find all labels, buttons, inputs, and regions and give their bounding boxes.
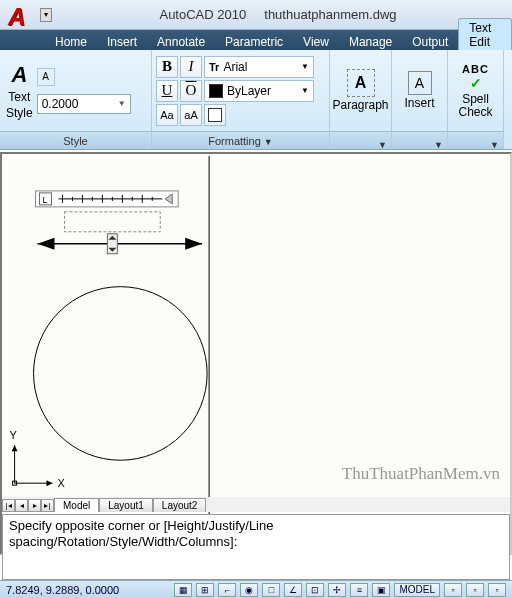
file-name: thuthuatphanmem.dwg [264, 7, 396, 22]
tab-annotate[interactable]: Annotate [147, 33, 215, 50]
dyn-button[interactable]: ✢ [328, 583, 346, 597]
panel-formatting: B I TrArial▼ U O ByLayer▼ Aa aA [152, 50, 330, 149]
italic-button[interactable]: I [180, 56, 202, 78]
otrack-button[interactable]: ∠ [284, 583, 302, 597]
nav-last[interactable]: ▸| [41, 499, 54, 512]
insert-icon: A [408, 71, 432, 95]
tab-layout1[interactable]: Layout1 [99, 498, 153, 512]
model-space-button[interactable]: MODEL [394, 583, 440, 597]
layout-tabs: |◂ ◂ ▸ ▸| Model Layout1 Layout2 [2, 497, 510, 512]
text-label: Text [8, 90, 30, 104]
panel-drop-spell[interactable]: ▼ [448, 131, 503, 149]
style-label: Style [6, 106, 33, 120]
annotative-icon[interactable]: A [37, 68, 55, 86]
qat-dropdown[interactable]: ▾ [40, 8, 52, 22]
svg-text:Y: Y [10, 429, 18, 441]
panel-drop-insert[interactable]: ▼ [392, 131, 447, 149]
panel-paragraph: A Paragraph ▼ [330, 50, 392, 149]
spell-check-icon: ABC ✓ [462, 63, 489, 91]
panel-drop-paragraph[interactable]: ▼ [330, 131, 391, 149]
color-select[interactable]: ByLayer▼ [204, 80, 314, 102]
command-line[interactable]: Specify opposite corner or [Height/Justi… [2, 514, 510, 580]
watermark: ThuThuatPhanMem.vn [342, 464, 500, 484]
nav-next[interactable]: ▸ [28, 499, 41, 512]
status-extra-1[interactable]: ▫ [444, 583, 462, 597]
ribbon-tabs: Home Insert Annotate Parametric View Man… [0, 30, 512, 50]
tab-view[interactable]: View [293, 33, 339, 50]
nav-first[interactable]: |◂ [2, 499, 15, 512]
text-style-icon[interactable]: A [11, 62, 27, 88]
status-extra-3[interactable]: ▫ [488, 583, 506, 597]
drawing-canvas[interactable]: L X Y ThuThuatPhanMem.vn [0, 152, 512, 555]
paragraph-button[interactable]: A Paragraph [324, 65, 396, 116]
panel-label-style: Style [0, 131, 151, 149]
paragraph-label: Paragraph [332, 99, 388, 112]
qp-button[interactable]: ▣ [372, 583, 390, 597]
case-button-2[interactable]: aA [180, 104, 202, 126]
font-select[interactable]: TrArial▼ [204, 56, 314, 78]
text-height-select[interactable]: 0.2000▼ [37, 94, 131, 114]
nav-prev[interactable]: ◂ [15, 499, 28, 512]
overline-button[interactable]: O [180, 80, 202, 102]
svg-marker-28 [12, 445, 18, 451]
tab-model[interactable]: Model [54, 498, 99, 512]
coordinates: 7.8249, 9.2889, 0.0000 [6, 584, 119, 596]
status-bar: 7.8249, 9.2889, 0.0000 ▦ ⊞ ⌐ ◉ □ ∠ ⊡ ✢ ≡… [0, 580, 512, 598]
svg-marker-19 [185, 238, 202, 250]
grid-button[interactable]: ⊞ [196, 583, 214, 597]
spell-check-button[interactable]: ABC ✓ SpellCheck [451, 59, 501, 123]
insert-button[interactable]: A Insert [397, 67, 443, 114]
ribbon: A Text Style A 0.2000▼ Style B I TrArial… [0, 50, 512, 150]
svg-marker-25 [47, 480, 53, 486]
background-mask-button[interactable] [204, 104, 226, 126]
insert-label: Insert [405, 97, 435, 110]
status-extra-2[interactable]: ▫ [466, 583, 484, 597]
tab-insert[interactable]: Insert [97, 33, 147, 50]
paragraph-icon: A [347, 69, 375, 97]
snap-button[interactable]: ▦ [174, 583, 192, 597]
bold-button[interactable]: B [156, 56, 178, 78]
panel-label-formatting[interactable]: Formatting ▼ [152, 131, 329, 149]
osnap-button[interactable]: □ [262, 583, 280, 597]
tab-layout2[interactable]: Layout2 [153, 498, 207, 512]
panel-spell: ABC ✓ SpellCheck ▼ [448, 50, 504, 149]
lwt-button[interactable]: ≡ [350, 583, 368, 597]
app-name: AutoCAD 2010 [159, 7, 246, 22]
svg-point-23 [34, 287, 208, 461]
svg-text:X: X [57, 477, 65, 489]
svg-marker-18 [38, 238, 55, 250]
ortho-button[interactable]: ⌐ [218, 583, 236, 597]
color-swatch-icon [209, 84, 223, 98]
app-logo[interactable]: A [8, 3, 36, 27]
title-bar: A ▾ AutoCAD 2010 thuthuatphanmem.dwg [0, 0, 512, 30]
case-button-1[interactable]: Aa [156, 104, 178, 126]
tab-output[interactable]: Output [402, 33, 458, 50]
panel-style: A Text Style A 0.2000▼ Style [0, 50, 152, 149]
tab-home[interactable]: Home [45, 33, 97, 50]
svg-text:L: L [43, 195, 48, 205]
panel-insert: A Insert ▼ [392, 50, 448, 149]
svg-rect-16 [64, 212, 160, 232]
tab-text-editor[interactable]: Text Edit [458, 18, 512, 50]
tab-manage[interactable]: Manage [339, 33, 402, 50]
underline-button[interactable]: U [156, 80, 178, 102]
tab-parametric[interactable]: Parametric [215, 33, 293, 50]
ducs-button[interactable]: ⊡ [306, 583, 324, 597]
polar-button[interactable]: ◉ [240, 583, 258, 597]
mask-swatch-icon [208, 108, 222, 122]
